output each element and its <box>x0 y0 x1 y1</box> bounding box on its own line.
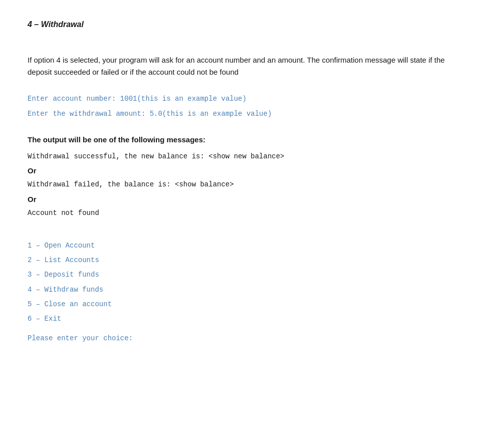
prompt-line: Please enter your choice: <box>28 334 458 342</box>
output-messages: Withdrawal successful, the new balance i… <box>28 151 458 219</box>
section-title: 4 – Withdrawal <box>28 20 458 29</box>
menu-item-3: 3 – Deposit funds <box>28 269 458 281</box>
description-text: If option 4 is selected, your program wi… <box>28 54 458 78</box>
menu-section: 1 – Open Account 2 – List Accounts 3 – D… <box>28 240 458 342</box>
menu-item-1: 1 – Open Account <box>28 240 458 252</box>
input-amount-line: Enter the withdrawal amount: 5.0(this is… <box>28 108 458 120</box>
or-label-1: Or <box>28 166 458 175</box>
input-amount-label: Enter the withdrawal amount: <box>28 110 145 118</box>
input-account-label: Enter account number: <box>28 95 116 103</box>
menu-item-5: 5 – Close an account <box>28 298 458 311</box>
menu-item-6: 6 – Exit <box>28 313 458 325</box>
output-success: Withdrawal successful, the new balance i… <box>28 151 458 163</box>
output-not-found: Account not found <box>28 207 458 219</box>
output-title: The output will be one of the following … <box>28 135 458 144</box>
menu-item-4: 4 – Withdraw funds <box>28 284 458 296</box>
input-prompts: Enter account number: 1001(this is an ex… <box>28 93 458 120</box>
or-label-2: Or <box>28 195 458 203</box>
input-account-line: Enter account number: 1001(this is an ex… <box>28 93 458 105</box>
menu-item-2: 2 – List Accounts <box>28 254 458 267</box>
output-failed: Withdrawal failed, the balance is: <show… <box>28 179 458 191</box>
